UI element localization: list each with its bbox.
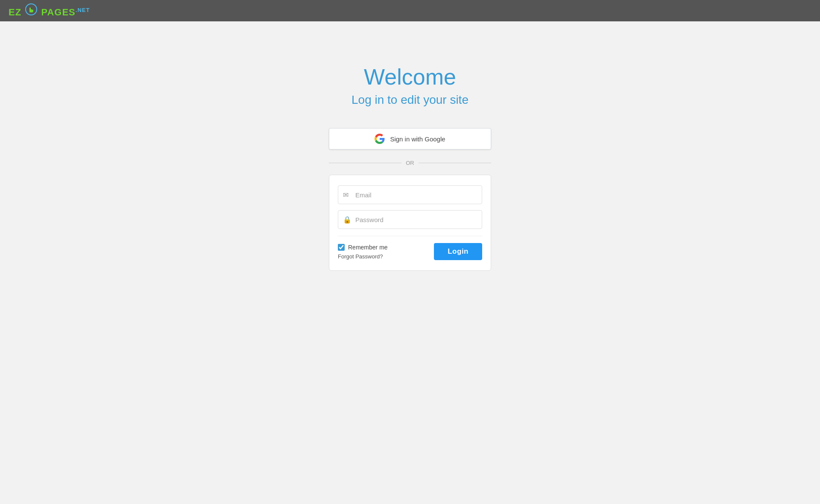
header: EZ PAGES.NET bbox=[0, 0, 820, 21]
forgot-password-link[interactable]: Forgot Password? bbox=[338, 253, 388, 260]
welcome-title: Welcome bbox=[364, 64, 456, 90]
lock-icon: 🔒 bbox=[343, 216, 351, 224]
logo-icon bbox=[25, 3, 37, 15]
left-bottom: Remember me Forgot Password? bbox=[338, 244, 388, 260]
logo-pages: PAGES bbox=[41, 7, 75, 18]
remember-me-checkbox[interactable] bbox=[338, 244, 345, 251]
or-line-left bbox=[329, 163, 401, 163]
google-signin-label: Sign in with Google bbox=[390, 135, 445, 143]
email-field[interactable] bbox=[338, 185, 482, 204]
remember-row: Remember me bbox=[338, 244, 388, 251]
logo-ez: EZ bbox=[9, 7, 21, 18]
password-field[interactable] bbox=[338, 210, 482, 229]
google-signin-button[interactable]: Sign in with Google bbox=[329, 128, 491, 149]
password-group: 🔒 bbox=[338, 210, 482, 229]
logo-net: .NET bbox=[76, 7, 90, 13]
or-line-right bbox=[419, 163, 491, 163]
email-wrapper: ✉ bbox=[338, 185, 482, 204]
bottom-row: Remember me Forgot Password? Login bbox=[338, 243, 482, 260]
main-content: Welcome Log in to edit your site Sign in… bbox=[0, 21, 820, 271]
logo: EZ PAGES.NET bbox=[9, 3, 90, 18]
google-g-icon bbox=[375, 134, 385, 144]
password-wrapper: 🔒 bbox=[338, 210, 482, 229]
email-group: ✉ bbox=[338, 185, 482, 204]
login-card: ✉ 🔒 Remember me Forgot Password? Login bbox=[329, 175, 491, 271]
login-button[interactable]: Login bbox=[434, 243, 482, 260]
remember-me-label: Remember me bbox=[348, 244, 388, 251]
or-divider: OR bbox=[329, 160, 491, 166]
email-icon: ✉ bbox=[343, 191, 348, 199]
or-text: OR bbox=[406, 160, 414, 166]
form-divider bbox=[338, 236, 482, 236]
welcome-subtitle: Log in to edit your site bbox=[351, 93, 469, 107]
